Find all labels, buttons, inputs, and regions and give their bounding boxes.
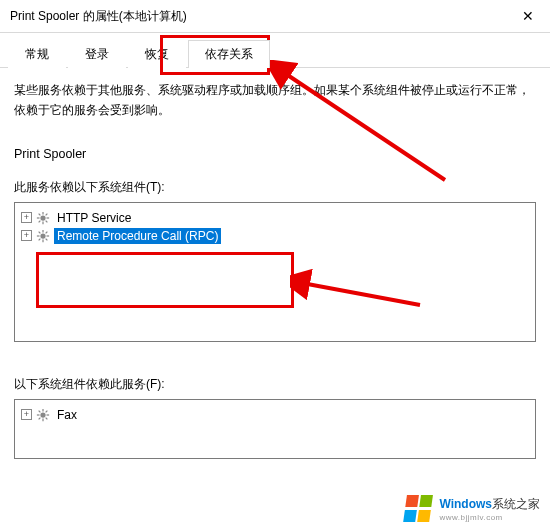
svg-line-6 xyxy=(46,220,48,222)
svg-line-16 xyxy=(46,231,48,233)
gear-icon xyxy=(36,211,50,225)
svg-point-9 xyxy=(40,233,45,238)
expand-icon[interactable]: + xyxy=(21,212,32,223)
svg-line-14 xyxy=(39,231,41,233)
tab-dependencies[interactable]: 依存关系 xyxy=(188,40,270,68)
watermark-brand-cn: 系统之家 xyxy=(492,497,540,511)
window-title: Print Spooler 的属性(本地计算机) xyxy=(10,8,187,25)
dependencies-description: 某些服务依赖于其他服务、系统驱动程序或加载顺序组。如果某个系统组件被停止或运行不… xyxy=(14,80,536,121)
tab-strip: 常规 登录 恢复 依存关系 xyxy=(0,33,550,68)
depends-on-label: 此服务依赖以下系统组件(T): xyxy=(14,179,536,196)
tab-recovery[interactable]: 恢复 xyxy=(128,40,186,68)
service-name: Print Spooler xyxy=(14,147,536,161)
tab-logon[interactable]: 登录 xyxy=(68,40,126,68)
svg-line-5 xyxy=(39,213,41,215)
svg-line-24 xyxy=(46,417,48,419)
depended-by-label: 以下系统组件依赖此服务(F): xyxy=(14,376,536,393)
svg-line-8 xyxy=(39,220,41,222)
depends-on-tree[interactable]: + HTTP Service + Remote Procedure Call (… xyxy=(14,202,536,342)
svg-line-17 xyxy=(39,238,41,240)
tab-general[interactable]: 常规 xyxy=(8,40,66,68)
close-button[interactable]: ✕ xyxy=(514,6,542,26)
expand-icon[interactable]: + xyxy=(21,409,32,420)
depended-by-tree[interactable]: + Fax xyxy=(14,399,536,459)
windows-logo-icon xyxy=(403,495,435,523)
titlebar: Print Spooler 的属性(本地计算机) ✕ xyxy=(0,0,550,33)
tree-item-label[interactable]: HTTP Service xyxy=(54,210,134,226)
expand-icon[interactable]: + xyxy=(21,230,32,241)
svg-point-0 xyxy=(40,215,45,220)
tree-row[interactable]: + HTTP Service xyxy=(19,209,531,227)
gear-icon xyxy=(36,408,50,422)
watermark-url: www.bjjmlv.com xyxy=(439,513,540,522)
gear-icon xyxy=(36,229,50,243)
tab-content: 某些服务依赖于其他服务、系统驱动程序或加载顺序组。如果某个系统组件被停止或运行不… xyxy=(0,68,550,471)
tree-item-label[interactable]: Fax xyxy=(54,407,80,423)
watermark-text: Windows系统之家 www.bjjmlv.com xyxy=(439,496,540,522)
svg-line-26 xyxy=(39,417,41,419)
tree-row[interactable]: + Fax xyxy=(19,406,531,424)
tree-item-label-selected[interactable]: Remote Procedure Call (RPC) xyxy=(54,228,221,244)
watermark-brand-en: Windows xyxy=(439,497,492,511)
svg-line-25 xyxy=(46,410,48,412)
svg-point-18 xyxy=(40,412,45,417)
tree-row[interactable]: + Remote Procedure Call (RPC) xyxy=(19,227,531,245)
svg-line-15 xyxy=(46,238,48,240)
watermark: Windows系统之家 www.bjjmlv.com xyxy=(401,493,544,525)
svg-line-7 xyxy=(46,213,48,215)
svg-line-23 xyxy=(39,410,41,412)
